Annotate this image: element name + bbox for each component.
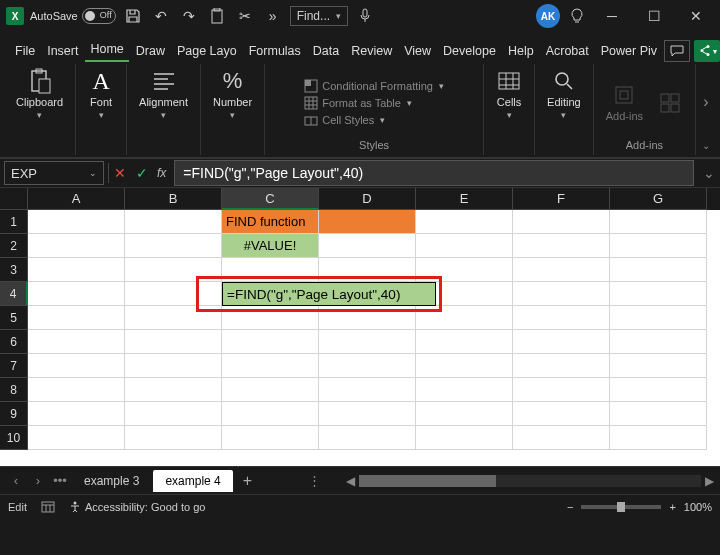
- cell-C6[interactable]: [222, 330, 319, 354]
- cell-E10[interactable]: [416, 426, 513, 450]
- name-box[interactable]: EXP ⌄: [4, 161, 104, 185]
- cell-D8[interactable]: [319, 378, 416, 402]
- cell-F9[interactable]: [513, 402, 610, 426]
- cell-B9[interactable]: [125, 402, 222, 426]
- cell-A1[interactable]: [28, 210, 125, 234]
- fx-icon[interactable]: fx: [153, 166, 170, 180]
- autosave-toggle[interactable]: AutoSave Off: [30, 8, 116, 24]
- cell-F2[interactable]: [513, 234, 610, 258]
- cell-A7[interactable]: [28, 354, 125, 378]
- row-header-5[interactable]: 5: [0, 306, 28, 330]
- formula-input[interactable]: =FIND("g","Page Layout",40): [174, 160, 694, 186]
- menu-review[interactable]: Review: [346, 40, 397, 62]
- scroll-thumb[interactable]: [359, 475, 496, 487]
- cell-C8[interactable]: [222, 378, 319, 402]
- cell-E9[interactable]: [416, 402, 513, 426]
- cell-styles-button[interactable]: Cell Styles▾: [304, 112, 385, 128]
- cell-D7[interactable]: [319, 354, 416, 378]
- menu-powerpivot[interactable]: Power Piv: [596, 40, 662, 62]
- cell-D2[interactable]: [319, 234, 416, 258]
- tab-options-button[interactable]: ⋮: [304, 473, 324, 488]
- cell-B4[interactable]: [125, 282, 222, 306]
- sheet-tab-example-4[interactable]: example 4: [153, 470, 232, 492]
- share-button[interactable]: ▾: [694, 40, 720, 62]
- cell-F8[interactable]: [513, 378, 610, 402]
- add-sheet-button[interactable]: +: [235, 472, 260, 490]
- cell-A8[interactable]: [28, 378, 125, 402]
- cell-F10[interactable]: [513, 426, 610, 450]
- tab-next-button[interactable]: ›: [28, 473, 48, 488]
- accessibility-status[interactable]: Accessibility: Good to go: [69, 501, 205, 513]
- cell-A10[interactable]: [28, 426, 125, 450]
- cell-A6[interactable]: [28, 330, 125, 354]
- cell-D6[interactable]: [319, 330, 416, 354]
- cell-E3[interactable]: [416, 258, 513, 282]
- menu-acrobat[interactable]: Acrobat: [541, 40, 594, 62]
- row-header-10[interactable]: 10: [0, 426, 28, 450]
- col-header-D[interactable]: D: [319, 188, 416, 210]
- cell-B2[interactable]: [125, 234, 222, 258]
- redo-icon[interactable]: ↷: [178, 5, 200, 27]
- cell-B3[interactable]: [125, 258, 222, 282]
- cell-E8[interactable]: [416, 378, 513, 402]
- cell-B5[interactable]: [125, 306, 222, 330]
- cell-G9[interactable]: [610, 402, 707, 426]
- undo-icon[interactable]: ↶: [150, 5, 172, 27]
- cancel-formula-button[interactable]: ✕: [109, 162, 131, 184]
- select-all-corner[interactable]: [0, 188, 28, 210]
- cell-D10[interactable]: [319, 426, 416, 450]
- cell-C1[interactable]: FIND function: [222, 210, 319, 234]
- menu-draw[interactable]: Draw: [131, 40, 170, 62]
- close-button[interactable]: ✕: [678, 2, 714, 30]
- cell-G2[interactable]: [610, 234, 707, 258]
- cells-button[interactable]: Cells ▾: [492, 66, 526, 122]
- minimize-button[interactable]: ─: [594, 2, 630, 30]
- cell-G5[interactable]: [610, 306, 707, 330]
- row-header-2[interactable]: 2: [0, 234, 28, 258]
- cell-C3[interactable]: [222, 258, 319, 282]
- cell-G4[interactable]: [610, 282, 707, 306]
- ribbon-overflow[interactable]: › ⌄: [696, 64, 716, 155]
- cell-A4[interactable]: [28, 282, 125, 306]
- cell-E7[interactable]: [416, 354, 513, 378]
- cell-E5[interactable]: [416, 306, 513, 330]
- editing-button[interactable]: Editing ▾: [543, 66, 585, 122]
- menu-data[interactable]: Data: [308, 40, 344, 62]
- menu-page-layout[interactable]: Page Layo: [172, 40, 242, 62]
- cell-C9[interactable]: [222, 402, 319, 426]
- addins-button[interactable]: Add-ins: [602, 80, 647, 124]
- accept-formula-button[interactable]: ✓: [131, 162, 153, 184]
- cell-D1[interactable]: [319, 210, 416, 234]
- cell-C7[interactable]: [222, 354, 319, 378]
- cell-F3[interactable]: [513, 258, 610, 282]
- col-header-G[interactable]: G: [610, 188, 707, 210]
- cell-B10[interactable]: [125, 426, 222, 450]
- active-cell-editor[interactable]: =FIND("g","Page Layout",40): [222, 282, 436, 306]
- row-header-6[interactable]: 6: [0, 330, 28, 354]
- menu-insert[interactable]: Insert: [42, 40, 83, 62]
- cell-A5[interactable]: [28, 306, 125, 330]
- col-header-F[interactable]: F: [513, 188, 610, 210]
- cell-D5[interactable]: [319, 306, 416, 330]
- cell-F4[interactable]: [513, 282, 610, 306]
- format-as-table-button[interactable]: Format as Table▾: [304, 95, 412, 111]
- cell-D9[interactable]: [319, 402, 416, 426]
- menu-formulas[interactable]: Formulas: [244, 40, 306, 62]
- search-box[interactable]: Find... ▾: [290, 6, 348, 26]
- cell-A9[interactable]: [28, 402, 125, 426]
- cell-G10[interactable]: [610, 426, 707, 450]
- cell-B6[interactable]: [125, 330, 222, 354]
- tab-prev-button[interactable]: ‹: [6, 473, 26, 488]
- sheet-tab-example-3[interactable]: example 3: [72, 470, 151, 492]
- col-header-B[interactable]: B: [125, 188, 222, 210]
- menu-view[interactable]: View: [399, 40, 436, 62]
- addins-button-2[interactable]: [653, 88, 687, 118]
- cell-F6[interactable]: [513, 330, 610, 354]
- cell-B1[interactable]: [125, 210, 222, 234]
- col-header-A[interactable]: A: [28, 188, 125, 210]
- chevron-down-icon[interactable]: ⌄: [702, 140, 710, 155]
- cell-B8[interactable]: [125, 378, 222, 402]
- cell-G8[interactable]: [610, 378, 707, 402]
- cell-G1[interactable]: [610, 210, 707, 234]
- row-header-1[interactable]: 1: [0, 210, 28, 234]
